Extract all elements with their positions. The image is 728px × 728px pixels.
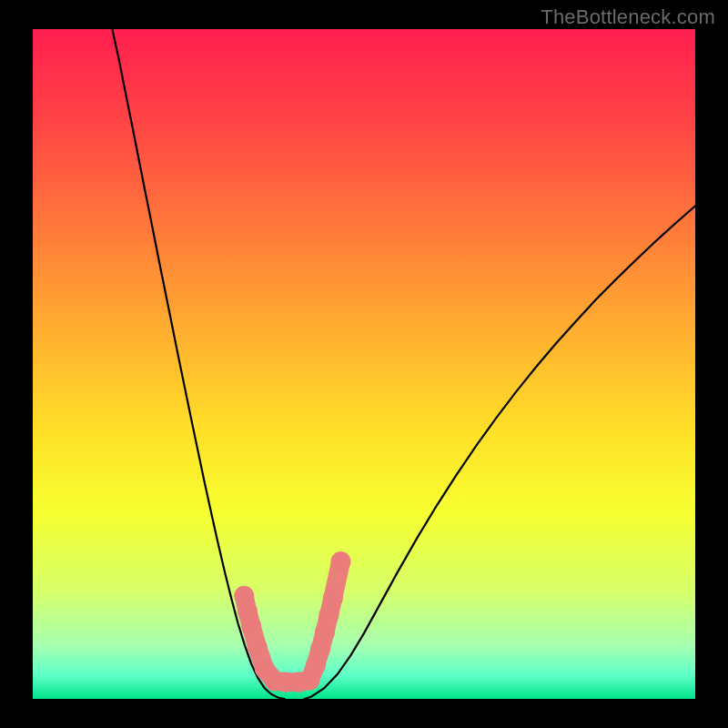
marker-dot [241,617,261,637]
green-band [33,675,695,699]
chart-svg [0,0,728,728]
marker-dot [248,637,268,657]
chart-stage: TheBottleneck.com [0,0,728,728]
marker-dot [318,605,339,625]
marker-dot [315,622,335,642]
marker-dot [331,551,351,571]
marker-dot [310,640,330,660]
marker-dot [323,589,343,609]
watermark-text: TheBottleneck.com [541,5,715,29]
